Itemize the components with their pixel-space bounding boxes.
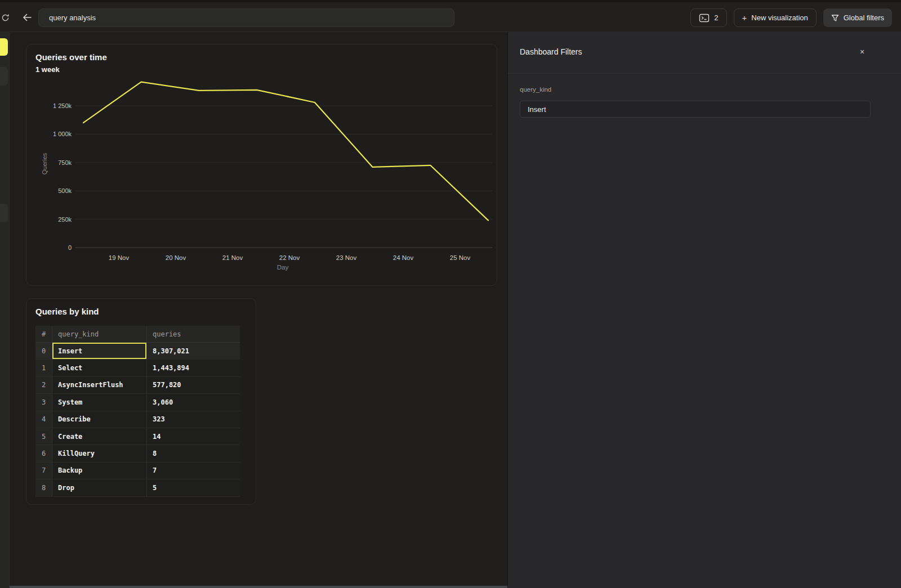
table-cell[interactable]: 1,443,894	[147, 360, 240, 376]
console-tab-count: 2	[714, 14, 718, 22]
global-filters-button[interactable]: Global filters	[823, 8, 892, 27]
table-cell[interactable]: 8,307,021	[147, 343, 240, 360]
x-tick-label: 24 Nov	[393, 254, 414, 261]
new-visualization-button[interactable]: + New visualization	[734, 8, 817, 27]
table-cell[interactable]: Drop	[52, 479, 147, 496]
table-cell[interactable]: 14	[147, 428, 240, 445]
sidebar-item[interactable]	[0, 67, 8, 86]
bottom-panel-edge	[10, 586, 507, 588]
sidebar-item-active[interactable]	[0, 38, 8, 56]
filter-query-kind-input[interactable]	[520, 101, 871, 118]
x-tick-label: 23 Nov	[336, 254, 357, 261]
global-filters-label: Global filters	[844, 14, 884, 22]
sidebar-item[interactable]	[0, 204, 8, 222]
x-tick-label: 19 Nov	[109, 254, 130, 261]
table-cell[interactable]: Insert	[52, 343, 147, 360]
back-button[interactable]	[21, 12, 33, 23]
table-header-queries: queries	[147, 326, 240, 343]
table-cell[interactable]: Backup	[52, 463, 147, 479]
sidebar-strip	[0, 32, 10, 588]
console-icon	[699, 14, 710, 23]
topbar-actions: 2 + New visualization Global filters	[690, 8, 892, 27]
row-index-cell: 1	[35, 360, 52, 376]
row-index-cell: 6	[35, 445, 52, 462]
table-cell[interactable]: 8	[147, 445, 240, 462]
row-index-cell: 4	[35, 411, 52, 428]
table-cell[interactable]: 577,820	[147, 377, 240, 394]
y-tick-label: 0	[68, 244, 72, 251]
back-arrow-icon	[22, 13, 32, 22]
queries-over-time-chart: 0250k500k750k1 000k1 250kQueries19 Nov20…	[26, 44, 498, 286]
x-axis-label: Day	[277, 264, 289, 271]
table-cell[interactable]: Select	[52, 360, 147, 376]
close-icon[interactable]: ×	[856, 46, 868, 58]
row-index-cell: 8	[35, 479, 52, 496]
row-index-cell: 7	[35, 463, 52, 479]
console-tabs-button[interactable]: 2	[690, 8, 726, 27]
table-cell[interactable]: 3,060	[147, 394, 240, 411]
window-top-edge	[0, 0, 901, 2]
row-index-cell: 0	[35, 343, 52, 360]
filter-field-label: query_kind	[520, 86, 551, 93]
x-tick-label: 25 Nov	[450, 254, 471, 261]
plus-icon: +	[742, 14, 747, 22]
filter-funnel-icon	[831, 14, 839, 22]
x-tick-label: 22 Nov	[279, 254, 300, 261]
y-tick-label: 500k	[58, 187, 72, 194]
dashboard-filters-panel: Dashboard Filters × query_kind	[507, 32, 901, 588]
y-tick-label: 750k	[58, 159, 72, 166]
row-index-cell: 3	[35, 394, 52, 411]
table-cell[interactable]: Describe	[52, 411, 147, 428]
y-tick-label: 1 000k	[53, 131, 72, 137]
filters-panel-title: Dashboard Filters	[520, 47, 582, 56]
queries-by-kind-table: #query_kindqueries0Insert8,307,0211Selec…	[35, 326, 240, 497]
chart-title: Queries over time	[35, 52, 107, 62]
table-cell[interactable]: Create	[52, 428, 147, 445]
table-cell[interactable]: KillQuery	[52, 445, 147, 462]
x-tick-label: 20 Nov	[166, 254, 186, 261]
y-tick-label: 250k	[58, 216, 72, 223]
dashboard-title-input[interactable]	[38, 8, 454, 27]
row-index-cell: 5	[35, 428, 52, 445]
table-cell[interactable]: 7	[147, 463, 240, 479]
queries-line-series	[83, 82, 488, 221]
topbar: 2 + New visualization Global filters	[0, 0, 901, 32]
x-tick-label: 21 Nov	[222, 254, 243, 261]
dashboard-canvas: 0250k500k750k1 000k1 250kQueries19 Nov20…	[10, 32, 507, 588]
queries-by-kind-card[interactable]: Queries by kind #query_kindqueries0Inser…	[26, 298, 256, 505]
table-header-index: #	[35, 326, 52, 343]
row-index-cell: 2	[35, 377, 52, 394]
chart-subtitle: 1 week	[35, 65, 60, 74]
refresh-icon[interactable]	[1, 13, 10, 22]
new-visualization-label: New visualization	[751, 14, 808, 22]
y-tick-label: 1 250k	[53, 102, 72, 109]
table-cell[interactable]: System	[52, 394, 147, 411]
table-title: Queries by kind	[35, 307, 99, 316]
table-cell[interactable]: AsyncInsertFlush	[52, 377, 147, 394]
queries-over-time-card[interactable]: 0250k500k750k1 000k1 250kQueries19 Nov20…	[26, 44, 497, 286]
table-cell[interactable]: 323	[147, 411, 240, 428]
y-axis-label: Queries	[41, 152, 48, 174]
filters-panel-divider	[508, 73, 901, 74]
table-header-query_kind: query_kind	[52, 326, 147, 343]
table-cell[interactable]: 5	[147, 479, 240, 496]
